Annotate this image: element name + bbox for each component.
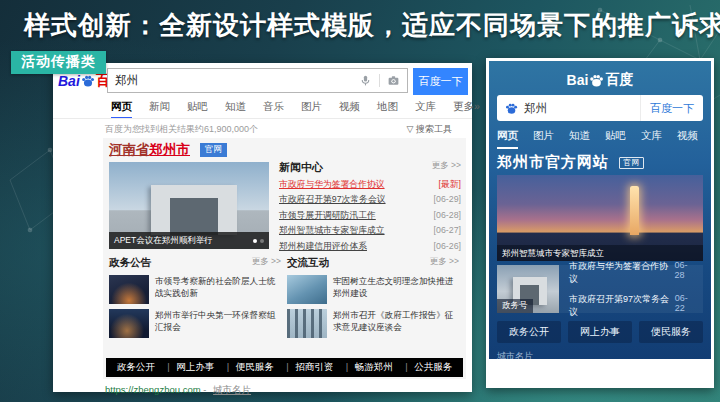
mobile-news-item[interactable]: 市政府召开第97次常务会议06-22	[569, 293, 697, 319]
quick-link[interactable]: 畅游郑州	[349, 361, 399, 374]
mobile-paw-icon	[589, 73, 604, 88]
mobile-tab-video[interactable]: 视频	[677, 129, 698, 149]
serp-tabs: 网页 新闻 贴吧 知道 音乐 图片 视频 地图 文库 更多»	[111, 100, 480, 119]
input-divider	[379, 74, 380, 87]
tab-zhidao[interactable]: 知道	[225, 100, 246, 119]
search-tools-label: 搜索工具	[416, 124, 452, 134]
quick-link[interactable]: 便民服务	[230, 361, 280, 374]
mobile-baidu-logo: Bai 百度	[489, 71, 711, 89]
url-suffix-link[interactable]: 城市名片	[213, 384, 251, 395]
carousel-caption: APET会议在郑州顺利举行	[114, 232, 253, 249]
tab-maps[interactable]: 地图	[377, 100, 398, 119]
mobile-search-button[interactable]: 百度一下	[640, 95, 703, 121]
mobile-logo-du: 百度	[605, 71, 633, 89]
news-item[interactable]: 市政府召开第97次常务会议[06-29]	[279, 194, 461, 206]
search-input[interactable]: 郑州	[107, 68, 408, 93]
official-site-badge: 官网	[200, 143, 227, 157]
thumbnail-image	[109, 309, 149, 338]
mobile-official-badge: 官网	[619, 157, 644, 169]
mobile-search-bar[interactable]: 郑州 百度一下	[497, 95, 703, 121]
mobile-footer-label: 城市名片	[497, 350, 533, 359]
tab-news[interactable]: 新闻	[149, 100, 170, 119]
quick-link[interactable]: 政务公开	[111, 361, 161, 374]
mobile-tab-webpage[interactable]: 网页	[497, 129, 518, 149]
news-item[interactable]: 郑州构建信用评价体系[06-26]	[279, 241, 461, 253]
section-interaction: 交流互动 更多 >> 牢固树立生态文明理念加快推进郑州建设 郑州市召开《政府工作…	[287, 256, 459, 338]
slide: 样式创新：全新设计样式模版，适应不同场景下的推广诉求 活动传播类 Bai 百度 …	[0, 0, 720, 402]
building-graphic	[151, 185, 237, 235]
baidu-logo-bai: Bai	[58, 73, 80, 89]
tab-webpage[interactable]: 网页	[111, 100, 132, 119]
mobile-result-title[interactable]: 郑州市官方网站 官网	[497, 153, 644, 172]
account-thumbnail[interactable]: 政务号	[497, 265, 559, 313]
tab-video[interactable]: 视频	[339, 100, 360, 119]
thumbnail-image	[287, 275, 327, 304]
search-button[interactable]: 百度一下	[413, 68, 468, 95]
section-item[interactable]: 牢固树立生态文明理念加快推进郑州建设	[287, 275, 459, 304]
mobile-tabs: 网页 图片 知道 贴吧 文库 视频 新闻	[497, 129, 711, 149]
tab-music[interactable]: 音乐	[263, 100, 284, 119]
result-title[interactable]: 河南省郑州市 官网	[109, 141, 227, 159]
result-card: 河南省郑州市 官网 APET会议在郑州顺利举行 新闻中心 更多 >> 市政府与华…	[103, 138, 466, 379]
news-center-title: 新闻中心	[279, 160, 323, 175]
mobile-account-card: 政务号 市政府与华为签署合作协议06-28 市政府召开第97次常务会议06-22	[497, 265, 703, 313]
baidu-paw-icon	[81, 74, 95, 88]
mobile-hero-image[interactable]: 郑州智慧城市专家智库成立	[497, 175, 703, 261]
result-carousel-image[interactable]: APET会议在郑州顺利举行	[109, 162, 269, 249]
carousel-caption-bar: APET会议在郑州顺利举行	[109, 232, 269, 249]
camera-icon[interactable]	[387, 74, 400, 87]
tower-graphic	[630, 186, 639, 235]
mobile-button-convenience[interactable]: 便民服务	[639, 321, 703, 343]
slide-title: 样式创新：全新设计样式模版，适应不同场景下的推广诉求	[24, 8, 720, 43]
mobile-tab-images[interactable]: 图片	[533, 129, 554, 149]
tab-wenku[interactable]: 文库	[415, 100, 436, 119]
mobile-news-item[interactable]: 市政府与华为签署合作协议06-28	[569, 260, 697, 286]
category-tag: 活动传播类	[11, 51, 106, 74]
quick-link[interactable]: 公共服务	[408, 361, 458, 374]
thumbnail-image	[287, 309, 327, 338]
mobile-button-gov-open[interactable]: 政务公开	[497, 321, 561, 343]
tab-images[interactable]: 图片	[301, 100, 322, 119]
tabs-divider	[53, 118, 472, 119]
desktop-serp-card: Bai 百度 郑州 百度一下 网页 新闻 贴吧 知道 音乐 图片 视频 地图 文…	[53, 63, 472, 392]
search-tools[interactable]: ▽ 搜索工具	[407, 123, 452, 136]
result-title-province[interactable]: 河南省	[109, 142, 150, 157]
mobile-button-online-service[interactable]: 网上办事	[568, 321, 632, 343]
tab-tieba[interactable]: 贴吧	[187, 100, 208, 119]
section-item[interactable]: 郑州市举行中央第一环保督察组汇报会	[109, 309, 281, 338]
mobile-quick-buttons: 政务公开 网上办事 便民服务	[497, 321, 703, 343]
results-count: 百度为您找到相关结果约61,900,000个	[105, 123, 258, 136]
news-item[interactable]: 市政府与华为签署合作协议[最新]	[279, 179, 461, 191]
quick-link[interactable]: 网上办事	[170, 361, 220, 374]
mobile-search-query: 郑州	[524, 101, 640, 116]
news-center: 新闻中心 更多 >> 市政府与华为签署合作协议[最新] 市政府召开第97次常务会…	[279, 160, 461, 253]
section-item[interactable]: 郑州市召开《政府工作报告》征求意见建议座谈会	[287, 309, 459, 338]
section-announcements: 政务公告 更多 >> 市领导考察新的社会阶层人士统战实践创新 郑州市举行中央第一…	[109, 256, 281, 338]
filter-icon: ▽	[407, 124, 414, 134]
section-item[interactable]: 市领导考察新的社会阶层人士统战实践创新	[109, 275, 281, 304]
news-item[interactable]: 市领导展开调研防汛工作[06-28]	[279, 210, 461, 222]
mobile-tab-wenku[interactable]: 文库	[641, 129, 662, 149]
result-url-line: https://zhengzhou.com - 城市名片	[105, 384, 251, 397]
quick-link[interactable]: 招商引资	[289, 361, 339, 374]
result-title-city[interactable]: 郑州市	[150, 142, 191, 157]
microphone-icon[interactable]	[359, 74, 372, 87]
section-more-link[interactable]: 更多 >>	[252, 256, 281, 270]
section-more-link[interactable]: 更多 >>	[430, 256, 459, 270]
mobile-tab-zhidao[interactable]: 知道	[569, 129, 590, 149]
result-url[interactable]: https://zhengzhou.com	[105, 384, 201, 395]
account-label: 政务号	[497, 299, 533, 313]
thumbnail-image	[109, 275, 149, 304]
mobile-tab-tieba[interactable]: 贴吧	[605, 129, 626, 149]
carousel-dots[interactable]	[253, 232, 264, 249]
section-title: 交流互动	[287, 256, 329, 270]
section-title: 政务公告	[109, 256, 151, 270]
news-item[interactable]: 郑州智慧城市专家智库成立[06-27]	[279, 225, 461, 237]
mobile-mockup-frame: Bai 百度 郑州 百度一下 网页 图片 知道 贴吧 文库 视频 新闻 郑州市官…	[486, 58, 714, 388]
search-paw-icon	[505, 102, 518, 115]
quick-links-bar: 政务公开 网上办事 便民服务 招商引资 畅游郑州 公共服务	[106, 358, 463, 377]
tab-more[interactable]: 更多»	[453, 100, 480, 119]
mobile-screen: Bai 百度 郑州 百度一下 网页 图片 知道 贴吧 文库 视频 新闻 郑州市官…	[489, 61, 711, 359]
search-query-text: 郑州	[108, 73, 359, 88]
news-more-link[interactable]: 更多 >>	[432, 160, 461, 175]
